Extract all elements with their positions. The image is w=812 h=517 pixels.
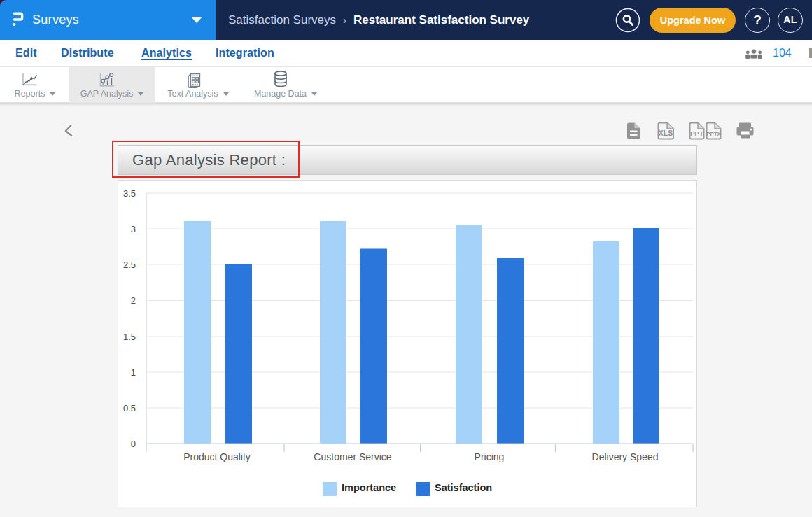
svg-text:Satisfaction: Satisfaction [435,482,492,493]
svg-text:0.5: 0.5 [123,403,136,413]
svg-text:1.5: 1.5 [123,332,136,342]
svg-text:3.5: 3.5 [123,188,136,199]
svg-text:Pricing: Pricing [475,451,505,462]
svg-text:1: 1 [131,367,136,378]
svg-text:0: 0 [131,439,136,449]
svg-text:PPTX: PPTX [706,131,722,137]
svg-text:2: 2 [131,295,136,306]
svg-text:Product Quality: Product Quality [183,451,251,462]
svg-text:Importance: Importance [342,482,396,493]
svg-text:2.5: 2.5 [123,260,136,270]
svg-text:Delivery Speed: Delivery Speed [592,451,659,462]
svg-text:Customer Service: Customer Service [314,451,391,462]
svg-text:3: 3 [131,224,136,234]
svg-text:PPT: PPT [690,129,704,137]
svg-text:XLS: XLS [659,129,673,137]
